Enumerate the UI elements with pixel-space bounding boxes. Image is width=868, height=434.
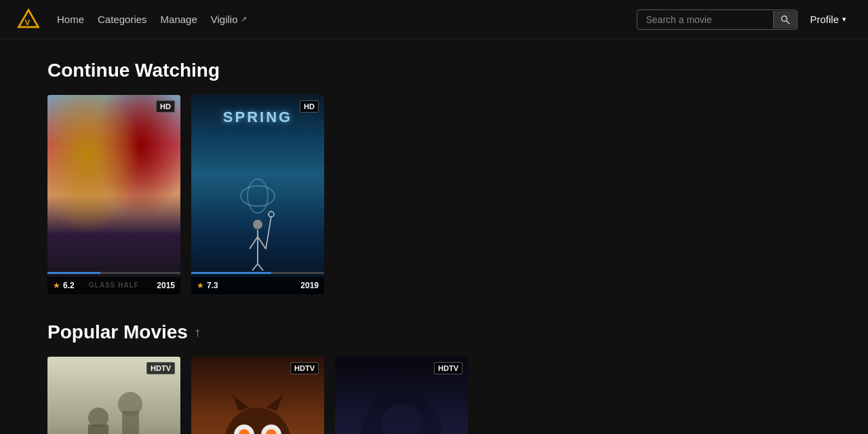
profile-chevron-icon: ▾ [842, 15, 846, 24]
movie-card-glass-half[interactable]: GLASS HALF HD ★ 6.2 2015 [47, 95, 180, 294]
svg-point-18 [118, 392, 142, 416]
svg-line-9 [258, 237, 266, 249]
nav-vigilio[interactable]: Vigilio ↗ [211, 14, 247, 25]
info-bar-spring: ★ 7.3 2019 [191, 277, 324, 294]
svg-line-11 [258, 264, 263, 271]
search-container [637, 9, 797, 30]
star-icon: ★ [53, 281, 60, 290]
svg-point-5 [248, 179, 268, 213]
profile-label: Profile [810, 14, 839, 25]
nav-links: Home Categories Manage Vigilio ↗ [57, 14, 637, 25]
continue-watching-title: Continue Watching [47, 60, 821, 81]
movie-card-spring[interactable]: SPRING HD [191, 95, 324, 294]
rating-spring: ★ 7.3 [197, 281, 218, 290]
progress-bar-spring [191, 272, 324, 274]
quality-badge-spring: HD [300, 100, 319, 113]
nav-manage[interactable]: Manage [161, 14, 197, 25]
info-bar-glass-half: ★ 6.2 2015 [47, 277, 180, 294]
main-content: Continue Watching GLASS HALF HD ★ 6.2 20… [0, 39, 868, 434]
nav-categories[interactable]: Categories [98, 14, 147, 25]
quality-badge-tears: HDTV [146, 362, 175, 374]
movie-card-tears-of-steel[interactable]: TEARS OF STEEL [47, 357, 180, 434]
movie-card-popular-3[interactable]: HDTV [335, 357, 468, 434]
svg-point-17 [88, 408, 108, 428]
rating-glass-half: ★ 6.2 [53, 281, 75, 290]
popular-movies-title: Popular Movies [47, 321, 188, 343]
svg-line-12 [266, 216, 271, 249]
sort-arrow-icon[interactable]: ↑ [195, 326, 201, 340]
svg-point-4 [241, 186, 275, 206]
search-button[interactable] [773, 11, 797, 28]
svg-line-3 [787, 20, 790, 24]
star-icon-spring: ★ [197, 281, 204, 290]
svg-text:V: V [25, 18, 31, 26]
quality-badge-popular-2: HDTV [290, 362, 319, 374]
progress-bar-glass-half [47, 272, 180, 274]
year-glass-half: 2015 [157, 281, 175, 290]
navbar: V Home Categories Manage Vigilio ↗ Profi… [0, 0, 868, 39]
svg-point-7 [253, 220, 262, 229]
continue-watching-row: GLASS HALF HD ★ 6.2 2015 SPRING [47, 95, 821, 294]
quality-badge-popular-3: HDTV [434, 362, 462, 374]
logo[interactable]: V [16, 7, 41, 32]
movie-card-popular-2[interactable]: HDTV [191, 357, 324, 434]
nav-home[interactable]: Home [57, 14, 84, 25]
year-spring: 2019 [300, 281, 319, 290]
popular-movies-header: Popular Movies ↑ [47, 321, 821, 343]
svg-line-8 [250, 237, 258, 249]
profile-button[interactable]: Profile ▾ [804, 9, 852, 29]
search-input[interactable] [637, 10, 773, 29]
svg-line-10 [252, 264, 258, 271]
external-link-icon: ↗ [241, 15, 247, 24]
nav-right: Profile ▾ [637, 9, 852, 30]
popular-movies-row: TEARS OF STEEL [47, 357, 821, 434]
quality-badge-glass-half: HD [156, 100, 175, 113]
svg-point-13 [269, 212, 274, 217]
